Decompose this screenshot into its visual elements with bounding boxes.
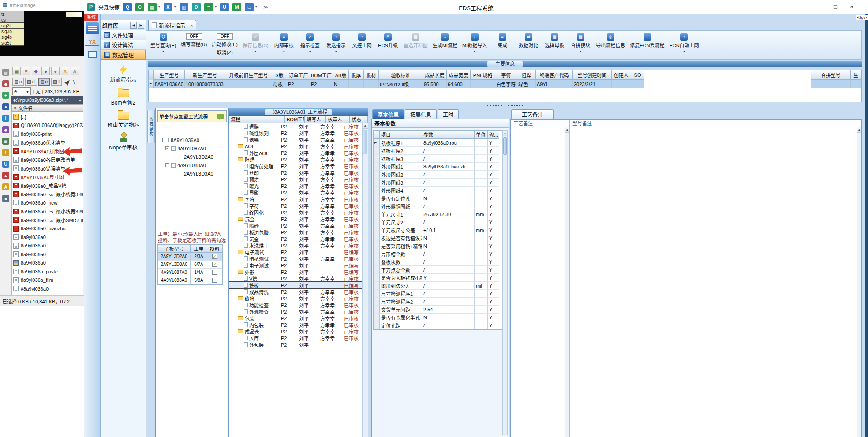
subboard-row[interactable]: 4A9YL087A0 1/4A [158, 269, 222, 276]
file-row[interactable]: 8a9yl036a0 [12, 250, 83, 259]
sidebar-group-item[interactable]: ƒ 设计算法 [101, 40, 146, 50]
ribbon-button[interactable]: ▦ 合拼模块 [568, 32, 593, 54]
column-header[interactable]: 单位 [475, 131, 488, 139]
column-header[interactable]: 终端客户代码 [536, 70, 573, 80]
flow-row[interactable]: 字符 P2 刘平 方幸幸 已审核 [229, 196, 362, 202]
flow-row[interactable]: 功能检查 P2 刘平 方幸幸 已审核 [229, 302, 362, 308]
vertical-scrollbar[interactable]: ▲ [857, 127, 861, 437]
side-toolbar-icon[interactable]: ! [2, 149, 9, 156]
quick-toolbar-icon[interactable]: U [220, 3, 229, 11]
subboard-row[interactable]: 2A9YL3D3A0 6/7A [158, 261, 222, 269]
tab-favorites-structure[interactable]: 收藏结构 [147, 110, 155, 143]
toolbar-icon[interactable]: ● [41, 67, 50, 75]
quick-toolbar-icon[interactable]: D [192, 3, 201, 11]
side-toolbar-icon[interactable]: i [2, 115, 9, 122]
quick-toolbar-icon[interactable]: ▥ [180, 3, 188, 11]
parameter-row[interactable]: 是否采用粗铣+精铣 N Y [374, 242, 502, 250]
ribbon-button[interactable]: A ECN升级 [375, 32, 401, 54]
column-header[interactable]: 编写人 [305, 116, 326, 123]
parameter-row[interactable]: 交货单元间距 2.54 Y [374, 306, 502, 314]
parameter-row[interactable]: 是否有金属化半孔 N Y [374, 314, 502, 321]
flow-row[interactable]: 阻焊前处理 P2 刘平 方幸幸 已审核 [229, 163, 362, 169]
flow-row[interactable]: 字符 P2 刘平 方幸幸 已审核 [229, 202, 362, 209]
tree-node[interactable]: 4A9YL087A0 [157, 144, 227, 153]
side-toolbar-icon[interactable]: + [2, 92, 9, 99]
toolbar-icon[interactable]: ◆ [32, 67, 40, 75]
sidebar-tool-item[interactable]: Bom查询2 [101, 87, 146, 106]
scroll-up-icon[interactable]: ▲ [565, 127, 569, 133]
flow-row[interactable]: 显影 P2 刘平 方幸幸 已审核 [229, 189, 362, 196]
toggle-off-switch[interactable]: OFF [186, 33, 202, 40]
flow-row[interactable]: 成品清洗 P2 刘平 方幸幸 已审核 [229, 288, 362, 295]
flow-row[interactable]: 阻抗测试 P2 刘平 方幸幸 已审核 [229, 255, 362, 262]
column-header[interactable]: 型号创建时间 [573, 70, 612, 80]
chevron-down-icon[interactable] [162, 49, 164, 53]
feed-checkbox[interactable] [212, 278, 217, 283]
tree-node[interactable]: 4A9YL088A0 [157, 161, 227, 169]
parameter-row[interactable]: 外形图纸1 8a9yl036a0_biaozh... Y [374, 163, 502, 171]
column-header[interactable]: 子板型号 [158, 245, 191, 253]
flow-row[interactable]: 喷砂 P2 刘平 方幸幸 已审核 [229, 222, 362, 229]
expander-icon[interactable] [159, 138, 163, 142]
ribbon-button[interactable]: ↓ MI数据导入 [460, 32, 489, 54]
column-header[interactable]: 验收标准 [379, 70, 423, 80]
file-row[interactable]: 8a9yl036a0 [12, 242, 83, 250]
column-header[interactable]: 成品长度 [423, 70, 447, 80]
file-row[interactable]: [..] [12, 112, 83, 121]
ribbon-button[interactable]: ▦ 选择母板 [542, 32, 567, 54]
detail-tab[interactable]: 工时 [438, 109, 459, 119]
flow-row[interactable]: 铣板 P2 刘平 已编写 [229, 282, 362, 288]
quick-toolbar-icon[interactable]: X [164, 3, 172, 11]
nav-forward-icon[interactable]: ▶ [138, 22, 144, 29]
parameter-row[interactable]: 异形槽个数 / Y [374, 250, 502, 258]
chevron-down-icon[interactable] [335, 49, 337, 53]
column-header[interactable]: 状态 [350, 116, 368, 123]
flow-row[interactable]: 退膜 P2 刘平 方幸幸 已审核 [229, 123, 362, 130]
column-header[interactable]: 合拼型号 [811, 70, 851, 80]
toolbar-icon[interactable]: ● [51, 67, 60, 75]
column-header[interactable]: 字符 [495, 70, 517, 80]
flow-row[interactable]: 包装 P2 刘平 方幸幸 已审核 [229, 315, 362, 321]
parameter-row[interactable]: 图形到边公差 / mil Y [374, 282, 502, 290]
flow-row[interactable]: 退锡 P2 刘平 方幸幸 已审核 [229, 136, 362, 143]
ribbon-button[interactable]: ≡ 内部审核 [271, 32, 297, 54]
quick-toolbar-icon[interactable]: □ [245, 3, 254, 11]
pen-icon[interactable] [64, 78, 71, 86]
scroll-up-icon[interactable]: ▲ [503, 131, 507, 136]
chevron-down-icon[interactable] [254, 49, 256, 53]
chevron-down-icon[interactable] [474, 49, 475, 53]
toolbar-overflow-icon[interactable]: ≫ [263, 4, 269, 10]
column-header[interactable]: 投料 [207, 245, 222, 253]
column-header[interactable]: 核审人 [326, 116, 350, 123]
file-row[interactable]: 8a9yl036a0_cs_最小SMD7.87... [12, 216, 83, 224]
expander-icon[interactable] [165, 146, 169, 150]
flow-row[interactable]: 入库 P2 刘平 方幸幸 已审核 [229, 335, 362, 341]
column-header[interactable]: AB版 [333, 70, 349, 80]
flow-row[interactable]: 水洗烘干 P2 刘平 方幸幸 已审核 [229, 242, 362, 249]
layer-item[interactable]: sig5t [0, 40, 24, 46]
file-row[interactable]: 8a9yl036a0_new [12, 198, 83, 207]
toggle-off-switch[interactable]: OFF [217, 33, 233, 40]
flow-row[interactable]: V槽 P2 刘平 方幸幸 已审核 [229, 275, 362, 282]
column-header[interactable]: 板材 [364, 70, 379, 80]
column-header[interactable]: 阻焊 [517, 70, 536, 80]
subboard-row[interactable]: 2A9YL3D2A0 2/3A [158, 253, 222, 261]
flow-row[interactable]: 预烘 P2 刘平 方幸幸 已审核 [229, 176, 362, 183]
side-toolbar-icon[interactable]: A [2, 183, 9, 190]
flow-row[interactable]: 终固化 P2 刘平 方幸幸 已审核 [229, 209, 362, 216]
scrollbar-thumb[interactable] [363, 130, 367, 154]
vertical-scrollbar[interactable]: ▲ [565, 127, 569, 437]
parameter-row[interactable]: 定位孔距 / Y [374, 321, 502, 329]
side-toolbar-icon[interactable]: U [2, 161, 9, 168]
quick-toolbar-icon[interactable]: M [232, 3, 241, 11]
toolbar-icon[interactable]: ▣ [12, 67, 21, 75]
layer-item[interactable]: sig2t [0, 23, 24, 29]
tab-new-flow-instruction[interactable]: 新流程指示 × [148, 20, 196, 30]
tree-node[interactable]: 2A9YL3D2A0 [157, 153, 227, 161]
column-header[interactable]: BOM工厂 [310, 70, 333, 80]
file-row[interactable]: 8a9yl036a0 [12, 233, 83, 242]
tree-node[interactable]: 2A9YL3D3A0 [157, 169, 227, 178]
ribbon-button[interactable]: + 修复ECN丢流程 [628, 32, 666, 54]
parameter-row[interactable]: 是否有定位孔 N Y [374, 194, 502, 202]
toolbar-icon[interactable]: A [61, 67, 69, 75]
